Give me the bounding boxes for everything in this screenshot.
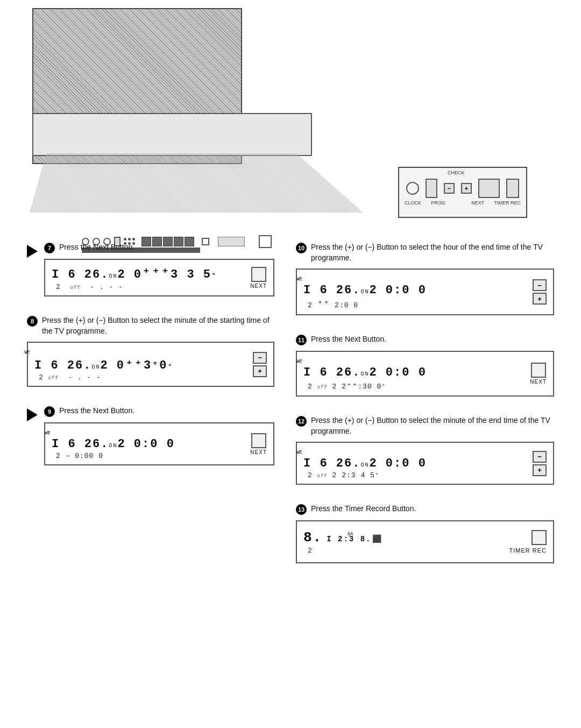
we-label-12: WE [296,450,302,455]
sa-label: SA [348,532,353,537]
step-10-text: Press the (+) or (−) Button to select th… [311,242,554,263]
vcr-illustration: CHECK − + CLOCK PROG NEXT TIMER REC [0,0,581,231]
step-12-lcd-content: WE I 6 26.ON 2 0:0 0 2 off 2 2:3 4 5⁺ [303,447,427,479]
step-13-right-group: TIMER REC [509,530,547,554]
step-10-lcd-content: WE I 6 26.ON 2 0:0 0 2 ⁺⁺ 2:0 0 [303,274,427,310]
step-13-bullet: 13 [296,504,307,515]
step-13-sub-row: 2 [308,547,382,555]
we-label-9: WE [45,430,51,436]
minus-btn-8[interactable]: − [253,352,267,364]
step-8-pm-buttons: − + [253,352,267,377]
step-12-pm-buttons: − + [533,451,547,476]
instructions-content: 7 Press the Next Button. I 6 26.ON 2 0⁺⁺… [0,231,581,593]
timer-rec-label-remote: TIMER REC [494,200,521,206]
step-10-main-row: I 6 26.ON 2 0:0 0 [303,284,427,297]
step-9-next-group: NEXT [250,433,267,455]
vcr-shadow [30,153,363,213]
we-label-8: WE [24,350,30,355]
step-13-lcd-content: SA 8. I 2:3 8. ⬛ 2 [303,529,382,555]
next-label-remote: NEXT [471,200,484,206]
step-11-right-box [531,363,546,378]
step-12-text: Press the (+) or (−) Button to select th… [311,415,554,436]
step-11-display: WE I 6 26.ON 2 0:0 0 2 off 2 2⁺⁺:30 0⁺ N… [296,351,554,397]
step-11-next-label: NEXT [530,379,547,385]
step-9-header: 9 Press the Next Button. [44,406,274,417]
step-12-bullet: 12 [296,416,307,427]
clock-label: CLOCK [405,200,421,206]
step-13-main-row: 8. I 2:3 8. ⬛ [303,529,382,546]
we-label-10: WE [296,277,302,282]
vcr-body [32,113,312,156]
step-13-display: SA 8. I 2:3 8. ⬛ 2 TIMER REC [296,520,554,563]
step-8-text: Press the (+) or (−) Button to select th… [42,315,274,336]
plus-btn-10[interactable]: + [533,293,547,305]
step-8-display: WE I 6 26.ON 2 0⁺⁺3⁺ 0⁺ 2 off - . - - − … [27,342,274,387]
step-11-sub-row: 2 off 2 2⁺⁺:30 0⁺ [308,380,427,391]
step-9-display: WE I 6 26.ON 2 0:0 0 2 → 0:00 0 NEXT [44,422,274,465]
step-11-lcd-content: WE I 6 26.ON 2 0:0 0 2 off 2 2⁺⁺:30 0⁺ [303,356,427,391]
remote-buttons-row: − + [403,179,522,198]
plus-button[interactable]: + [461,183,472,194]
remote-panel: CHECK − + CLOCK PROG NEXT TIMER REC [398,167,527,218]
step-8-bullet: 8 [27,316,38,327]
step-7-sub-row: 2 off - . - - [56,283,217,291]
step-9-right-box [251,433,266,448]
step-9-main-row: I 6 26.ON 2 0:0 0 [52,437,175,451]
left-column: 7 Press the Next Button. I 6 26.ON 2 0⁺⁺… [27,242,290,582]
step-11-main-row: I 6 26.ON 2 0:0 0 [303,366,427,379]
step-13-right-box [532,530,547,545]
step-12-container: 12 Press the (+) or (−) Button to select… [296,415,554,485]
remote-circle [406,182,419,195]
minus-btn-12[interactable]: − [533,451,547,463]
check-label: CHECK [448,170,465,175]
step-10-container: 10 Press the (+) or (−) Button to select… [296,242,554,315]
step-7-container: 7 Press the Next Button. I 6 26.ON 2 0⁺⁺… [27,242,274,296]
minus-button[interactable]: − [444,183,455,194]
step-7-text: Press the Next Button. [59,242,134,253]
step-7-display: I 6 26.ON 2 0⁺⁺⁺3 3 5⁺ 2 off - . - - NEX… [44,259,274,296]
step-12-display: WE I 6 26.ON 2 0:0 0 2 off 2 2:3 4 5⁺ − … [296,442,554,485]
step-11-container: 11 Press the Next Button. WE I 6 26.ON 2… [296,334,554,397]
step-9-sub-row: 2 → 0:00 0 [56,452,175,460]
step-8-sub-row: 2 off - . - - [39,373,173,381]
step-10-sub-row: 2 ⁺⁺ 2:0 0 [308,298,427,310]
step-7-next-group: NEXT [250,267,267,289]
step-11-text: Press the Next Button. [311,334,386,345]
step-12-sub-row: 2 off 2 2:3 4 5⁺ [308,471,427,479]
remote-tall-rect [426,179,437,198]
step-12-header: 12 Press the (+) or (−) Button to select… [296,415,554,436]
step-8-header: 8 Press the (+) or (−) Button to select … [27,315,274,336]
step-9-container: 9 Press the Next Button. WE I 6 26.ON 2 … [27,406,274,465]
arrow-bullet-9 [27,408,38,421]
step-10-display: WE I 6 26.ON 2 0:0 0 2 ⁺⁺ 2:0 0 − + [296,268,554,315]
step-10-pm-buttons: − + [533,279,547,305]
remote-labels-row: CLOCK PROG NEXT TIMER REC [403,200,522,206]
step-7-lcd-content: I 6 26.ON 2 0⁺⁺⁺3 3 5⁺ 2 off - . - - [52,265,217,291]
step-13-header: 13 Press the Timer Record Button. [296,504,554,515]
step-9-text: Press the Next Button. [59,406,134,416]
step-7-header: 7 Press the Next Button. [44,242,274,253]
step-11-header: 11 Press the Next Button. [296,334,554,345]
minus-btn-10[interactable]: − [533,279,547,291]
remote-wide-rect [478,179,500,198]
step-10-header: 10 Press the (+) or (−) Button to select… [296,242,554,263]
step-13-text: Press the Timer Record Button. [311,504,416,514]
step-8-main-row: I 6 26.ON 2 0⁺⁺3⁺ 0⁺ [34,357,173,372]
plus-btn-12[interactable]: + [533,464,547,476]
step-7-bullet: 7 [44,243,55,253]
step-9-lcd-content: WE I 6 26.ON 2 0:0 0 2 → 0:00 0 [52,428,175,460]
step-8-lcd-content: WE I 6 26.ON 2 0⁺⁺3⁺ 0⁺ 2 off - . - - [34,347,173,381]
we-label-11: WE [296,359,302,364]
step-9-next-label: NEXT [250,449,267,455]
step-7-right-box [251,267,266,282]
step-11-next-group: NEXT [530,363,547,385]
timer-rec-label-13: TIMER REC [509,547,547,554]
remote-last-rect [506,179,519,198]
step-9-bullet: 9 [44,406,55,417]
plus-btn-8[interactable]: + [253,365,267,377]
step-7-next-label: NEXT [250,283,267,289]
step-13-container: 13 Press the Timer Record Button. SA 8. … [296,504,554,563]
step-8-container: 8 Press the (+) or (−) Button to select … [27,315,274,387]
step-7-main-row: I 6 26.ON 2 0⁺⁺⁺3 3 5⁺ [52,265,217,282]
step-10-bullet: 10 [296,243,307,253]
